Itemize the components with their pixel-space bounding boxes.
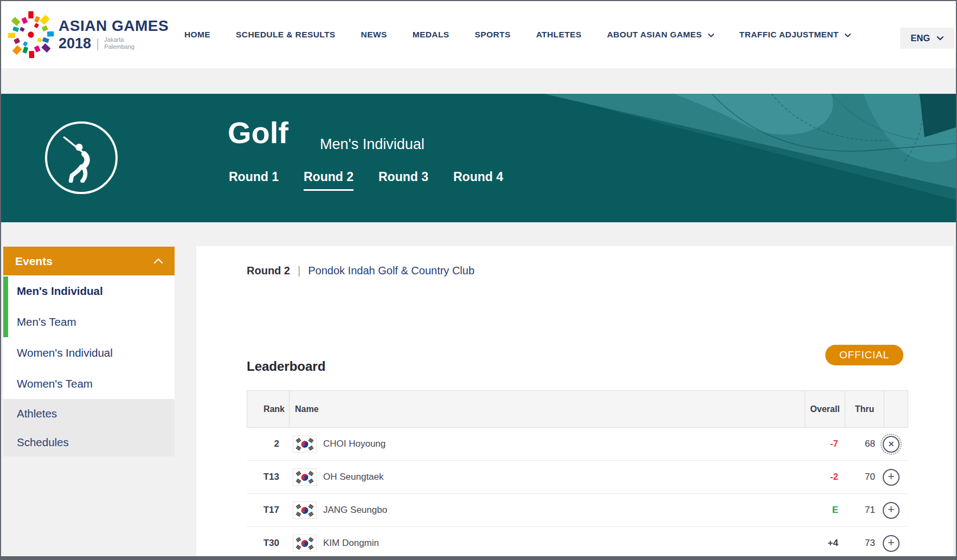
athlete-name: CHOI Hoyoung	[323, 439, 386, 449]
asian-games-logo[interactable]: ASIAN GAMES 2018 | Jakarta Palembang	[5, 7, 169, 63]
sidebar-link-schedules[interactable]: Schedules	[3, 428, 175, 456]
status-badge: OFFICIAL	[825, 345, 903, 365]
round-tab-round-1[interactable]: Round 1	[229, 170, 279, 191]
table-row: 2CHOI Hoyoung-768✕	[247, 428, 908, 461]
logo-year: 2018	[59, 36, 91, 51]
language-selector[interactable]: ENG	[900, 28, 954, 49]
table-row: T30KIM Dongmin+473+	[247, 527, 908, 560]
logo-host-cities: Jakarta Palembang	[104, 36, 134, 50]
sidebar-item-women-s-individual[interactable]: Women's Individual	[3, 337, 175, 368]
thru-score: 71	[845, 505, 884, 516]
top-navbar: ASIAN GAMES 2018 | Jakarta Palembang HOM…	[1, 1, 956, 68]
expand-row-button[interactable]: +	[883, 535, 900, 552]
action-cell: +	[884, 502, 908, 519]
nav-link-about-asian-games[interactable]: ABOUT ASIAN GAMES	[607, 30, 714, 40]
column-header-thru: Thru	[845, 391, 884, 427]
overall-score: E	[805, 505, 845, 516]
flag-south-korea	[293, 468, 317, 486]
thru-score: 68	[845, 439, 884, 449]
flag-icon-south-korea	[294, 471, 315, 484]
column-header-name: Name	[290, 391, 805, 427]
golf-sport-icon	[45, 121, 118, 194]
logo-text: ASIAN GAMES 2018 | Jakarta Palembang	[59, 18, 169, 51]
flag-icon-south-korea	[294, 504, 315, 517]
nav-link-home[interactable]: HOME	[184, 30, 210, 40]
flag-icon-south-korea	[294, 537, 315, 550]
active-section-indicator	[3, 276, 8, 337]
column-header-action	[884, 391, 909, 427]
browser-page: ASIAN GAMES 2018 | Jakarta Palembang HOM…	[0, 0, 957, 560]
separator: |	[298, 265, 300, 277]
column-header-overall: Overall	[805, 391, 845, 427]
asian-games-burst-icon	[5, 7, 56, 63]
venue-name: Pondok Indah Golf & Country Club	[308, 265, 474, 277]
round-title: Round 2	[247, 265, 290, 277]
sport-banner: Golf Men's Individual Round 1Round 2Roun…	[1, 94, 956, 222]
name-cell: OH Seungtaek	[289, 468, 805, 486]
table-row: T13OH Seungtaek-270+	[247, 461, 908, 494]
nav-link-traffic-adjustment[interactable]: TRAFFIC ADJUSTMENT	[740, 30, 851, 40]
events-header-label: Events	[15, 255, 53, 268]
chevron-down-icon	[845, 34, 851, 37]
events-sidebar: Events Men's IndividualMen's TeamWomen's…	[3, 247, 175, 456]
table-row: T17JANG SeungboE71+	[247, 494, 908, 527]
expand-row-button[interactable]: +	[883, 469, 900, 486]
flag-south-korea	[293, 535, 317, 552]
rank-cell: 2	[247, 439, 289, 449]
sidebar-item-women-s-team[interactable]: Women's Team	[3, 368, 175, 399]
nav-link-schedule-results[interactable]: SCHEDULE & RESULTS	[236, 30, 335, 40]
overall-score: +4	[805, 538, 845, 549]
rank-cell: T30	[247, 538, 289, 549]
table-header-row: Rank Name Overall Thru	[247, 390, 908, 428]
sidebar-link-athletes[interactable]: Athletes	[3, 399, 175, 428]
nav-links: HOMESCHEDULE & RESULTSNEWSMEDALSSPORTSAT…	[184, 1, 851, 68]
sidebar-item-men-s-individual[interactable]: Men's Individual	[3, 275, 175, 306]
flag-icon-south-korea	[294, 437, 315, 451]
leaderboard-table: Rank Name Overall Thru 2CHOI Hoyoung-768…	[247, 390, 908, 560]
overall-score: -2	[805, 472, 845, 482]
name-cell: KIM Dongmin	[289, 535, 805, 552]
leaderboard-heading: Leaderboard	[247, 359, 325, 374]
sport-title: Golf	[228, 118, 288, 148]
rank-cell: T13	[247, 472, 289, 482]
round-venue-line: Round 2 | Pondok Indah Golf & Country Cl…	[247, 265, 474, 277]
events-list: Men's IndividualMen's TeamWomen's Indivi…	[3, 275, 175, 399]
nav-link-medals[interactable]: MEDALS	[413, 30, 449, 40]
name-cell: JANG Seungbo	[289, 501, 805, 519]
nav-link-athletes[interactable]: ATHLETES	[536, 30, 582, 40]
chevron-down-icon	[708, 34, 714, 37]
athlete-name: OH Seungtaek	[323, 472, 384, 482]
logo-divider: |	[96, 36, 99, 51]
main-content: Round 2 | Pondok Indah Golf & Country Cl…	[196, 246, 953, 560]
round-tab-round-2[interactable]: Round 2	[304, 170, 354, 191]
nav-link-sports[interactable]: SPORTS	[475, 30, 511, 40]
collapse-row-button[interactable]: ✕	[883, 436, 900, 453]
nav-link-news[interactable]: NEWS	[361, 30, 387, 40]
action-cell: +	[884, 469, 908, 486]
flag-south-korea	[293, 501, 317, 519]
name-cell: CHOI Hoyoung	[289, 435, 805, 453]
sidebar-secondary-links: AthletesSchedules	[3, 399, 175, 456]
thru-score: 73	[845, 538, 884, 549]
sidebar-item-men-s-team[interactable]: Men's Team	[3, 306, 175, 337]
events-header[interactable]: Events	[3, 247, 175, 275]
rank-cell: T17	[247, 505, 289, 516]
chevron-down-icon	[937, 36, 943, 41]
round-tabs: Round 1Round 2Round 3Round 4	[229, 170, 503, 191]
logo-title: ASIAN GAMES	[59, 18, 169, 34]
golfer-icon	[56, 133, 106, 183]
round-tab-round-3[interactable]: Round 3	[378, 170, 428, 191]
athlete-name: JANG Seungbo	[323, 505, 387, 516]
thru-score: 70	[845, 472, 884, 482]
event-subtitle: Men's Individual	[320, 136, 425, 153]
flag-south-korea	[293, 435, 317, 453]
athlete-name: KIM Dongmin	[323, 538, 379, 549]
chevron-up-icon	[154, 259, 163, 263]
round-tab-round-4[interactable]: Round 4	[453, 170, 503, 191]
expand-row-button[interactable]: +	[883, 502, 900, 519]
banner-pattern-decoration	[538, 94, 956, 222]
table-body: 2CHOI Hoyoung-768✕T13OH Seungtaek-270+T1…	[247, 428, 908, 560]
overall-score: -7	[805, 439, 845, 449]
action-cell: +	[884, 535, 908, 552]
language-label: ENG	[911, 33, 930, 43]
